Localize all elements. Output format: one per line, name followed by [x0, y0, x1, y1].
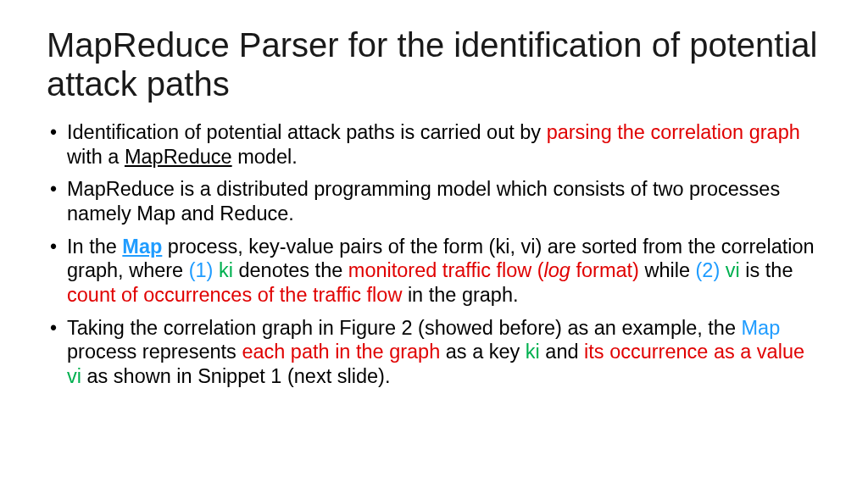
slide-title: MapReduce Parser for the identification …: [47, 25, 821, 103]
text-segment: as a key: [440, 341, 526, 363]
map-keyword: Map: [122, 236, 162, 258]
bullet-item: MapReduce is a distributed programming m…: [47, 177, 821, 225]
highlighted-text: its occurrence as a value: [584, 341, 804, 363]
text-segment: model.: [232, 146, 298, 168]
text-segment: process represents: [67, 341, 242, 363]
text-segment: denotes the: [233, 259, 348, 281]
text-segment: Identification of potential attack paths…: [67, 121, 547, 143]
bullet-list: Identification of potential attack paths…: [47, 120, 821, 389]
underlined-text: MapReduce: [125, 146, 232, 168]
text-segment: In the: [67, 236, 122, 258]
bullet-item: Identification of potential attack paths…: [47, 120, 821, 169]
variable-ki: ki: [526, 341, 540, 363]
text-segment: and: [540, 341, 584, 363]
map-keyword: Map: [742, 317, 781, 339]
highlighted-text: parsing the correlation graph: [547, 121, 800, 143]
highlighted-text: count of occurrences of the traffic flow: [67, 284, 402, 306]
bullet-item: In the Map process, key-value pairs of t…: [47, 235, 821, 308]
text-segment: while: [639, 259, 696, 281]
text-segment: is the: [740, 259, 793, 281]
highlighted-italic: log: [544, 259, 570, 281]
numbered-ref: (2): [696, 259, 726, 281]
bullet-item: Taking the correlation graph in Figure 2…: [47, 316, 821, 389]
variable-ki: ki: [219, 259, 233, 281]
text-segment: as shown in Snippet 1 (next slide).: [81, 365, 390, 387]
text-segment: MapReduce is a distributed programming m…: [67, 178, 780, 225]
text-segment: with a: [67, 146, 125, 168]
text-segment: Taking the correlation graph in Figure 2…: [67, 317, 742, 339]
variable-vi: vi: [726, 259, 740, 281]
variable-vi: vi: [67, 365, 81, 387]
highlighted-text: each path in the graph: [242, 341, 440, 363]
highlighted-text: monitored traffic flow (: [348, 259, 544, 281]
highlighted-text: format): [570, 259, 639, 281]
numbered-ref: (1): [189, 259, 219, 281]
text-segment: in the graph.: [402, 284, 518, 306]
